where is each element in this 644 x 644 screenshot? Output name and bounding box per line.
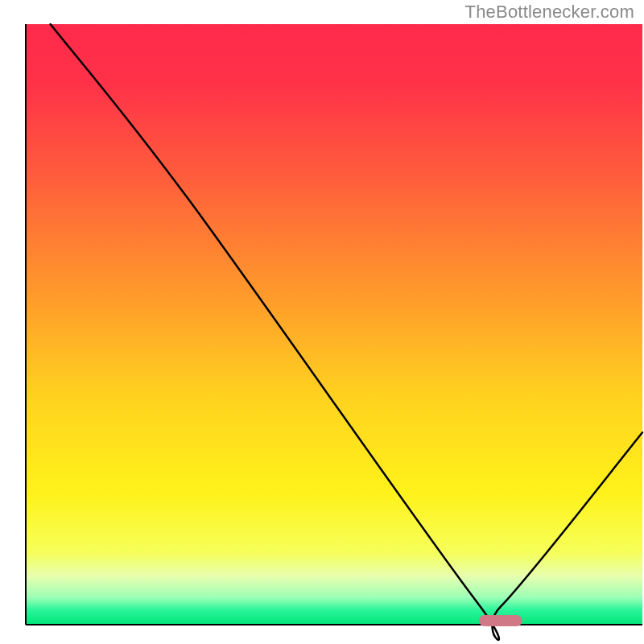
optimal-marker	[479, 615, 522, 626]
bottleneck-chart	[0, 0, 644, 644]
plot-background	[26, 24, 642, 625]
